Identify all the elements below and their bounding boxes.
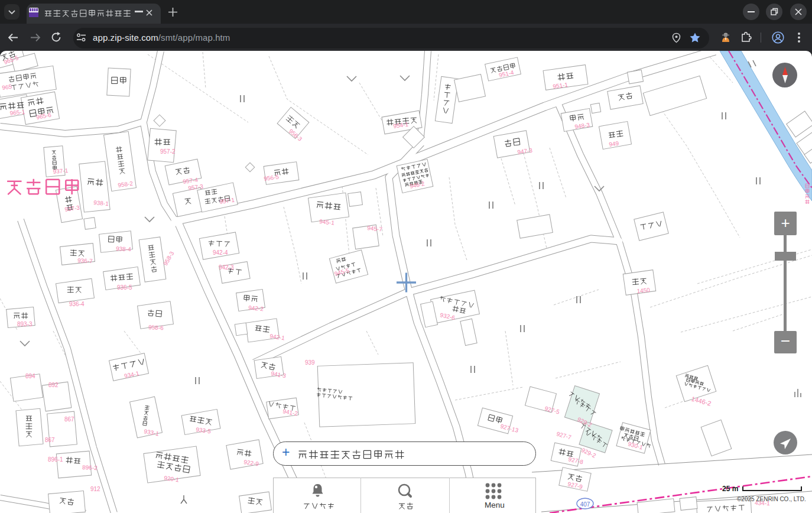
svg-text:912: 912 xyxy=(90,486,100,492)
svg-text:939: 939 xyxy=(305,359,315,366)
svg-text:867: 867 xyxy=(45,437,55,443)
svg-text:936-5: 936-5 xyxy=(117,284,132,291)
svg-text:893-3: 893-3 xyxy=(17,321,33,327)
svg-text:958-6: 958-6 xyxy=(148,324,164,331)
svg-text:867: 867 xyxy=(64,416,74,423)
svg-text:896-2: 896-2 xyxy=(82,464,98,471)
svg-text:896-1: 896-1 xyxy=(48,456,63,463)
svg-text:937-1: 937-1 xyxy=(53,167,69,175)
svg-text:936-4: 936-4 xyxy=(69,301,85,307)
svg-text:938-1: 938-1 xyxy=(93,199,109,207)
svg-text:942-3: 942-3 xyxy=(219,264,234,271)
svg-text:957-2: 957-2 xyxy=(160,148,176,155)
svg-text:894: 894 xyxy=(25,373,35,379)
svg-text:942-4: 942-4 xyxy=(213,249,228,256)
svg-text:936-7: 936-7 xyxy=(77,257,93,264)
svg-text:938-4: 938-4 xyxy=(116,245,132,252)
svg-text:892: 892 xyxy=(48,382,59,388)
svg-text:942-2: 942-2 xyxy=(248,304,264,312)
svg-text:965-1: 965-1 xyxy=(9,109,25,116)
svg-text:407: 407 xyxy=(580,501,590,508)
svg-text:1450: 1450 xyxy=(636,287,651,294)
